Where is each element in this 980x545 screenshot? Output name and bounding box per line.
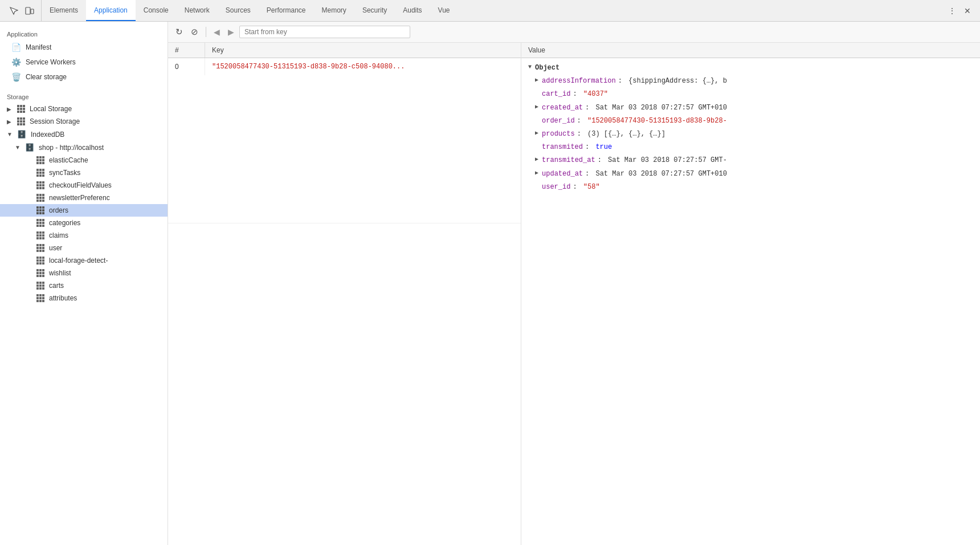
tab-bar-right: ⋮ ✕ <box>941 4 978 18</box>
col-header-key: Key <box>205 43 521 58</box>
tree-item-newsletter[interactable]: ▶ newsletterPreferenc <box>0 192 168 204</box>
chevron-right-icon[interactable]: ▶ <box>535 103 538 112</box>
cursor-icon[interactable] <box>7 4 21 18</box>
content-area: ↻ ⊘ ◀ ▶ # Key 0 "1520058477430-51315193-… <box>168 22 980 545</box>
grid-icon <box>36 194 44 202</box>
tree-item-user[interactable]: ▶ user <box>0 242 168 254</box>
manifest-icon: 📄 <box>11 43 21 52</box>
prev-button[interactable]: ◀ <box>211 26 223 38</box>
sidebar: Application 📄 Manifest ⚙️ Service Worker… <box>0 22 168 545</box>
tree-item-carts[interactable]: ▶ carts <box>0 279 168 292</box>
newsletter-label: newsletterPreferenc <box>49 194 110 202</box>
sidebar-item-clear-storage[interactable]: 🗑️ Clear storage <box>0 70 168 84</box>
value-line-products[interactable]: ▶ products : (3) [{…}, {…}, {…}] <box>521 128 980 141</box>
tree-item-indexeddb[interactable]: ▼ 🗄️ IndexedDB <box>0 128 168 141</box>
grid-icon <box>17 117 25 125</box>
value-line-address[interactable]: ▶ addressInformation : {shippingAddress:… <box>521 75 980 88</box>
chevron-down-icon[interactable]: ▼ <box>528 63 532 72</box>
device-toggle-icon[interactable] <box>23 4 36 18</box>
tab-performance[interactable]: Performance <box>259 0 314 21</box>
wishlist-label: wishlist <box>49 269 71 277</box>
storage-tree: Storage ▶ Local Storage ▶ Ses <box>0 84 168 304</box>
chevron-right-icon: ▶ <box>7 119 15 125</box>
user-label: user <box>49 244 62 252</box>
attributes-label: attributes <box>49 294 77 302</box>
close-icon[interactable]: ✕ <box>962 4 973 18</box>
synctasks-label: syncTasks <box>49 169 80 177</box>
tree-item-orders[interactable]: ▶ orders <box>0 204 168 217</box>
value-key: user_id <box>542 182 570 193</box>
tab-console[interactable]: Console <box>136 0 177 21</box>
next-button[interactable]: ▶ <box>225 26 237 38</box>
chevron-right-icon: ▶ <box>7 106 15 112</box>
elasticcache-label: elasticCache <box>49 156 88 164</box>
tree-item-attributes[interactable]: ▶ attributes <box>0 292 168 304</box>
sidebar-item-service-workers[interactable]: ⚙️ Service Workers <box>0 55 168 70</box>
delete-button[interactable]: ⊘ <box>188 25 201 39</box>
value-key: updated_at <box>542 169 583 180</box>
tree-item-local-forage[interactable]: ▶ local-forage-detect- <box>0 254 168 267</box>
object-label: Object <box>535 63 560 74</box>
grid-icon <box>36 219 44 227</box>
orders-label: orders <box>49 206 68 214</box>
toolbar-divider <box>206 27 206 37</box>
tab-vue[interactable]: Vue <box>430 0 458 21</box>
main-layout: Application 📄 Manifest ⚙️ Service Worker… <box>0 22 980 545</box>
tree-item-session-storage[interactable]: ▶ Session Storage <box>0 115 168 128</box>
object-root[interactable]: ▼ Object <box>521 62 980 75</box>
tab-sources[interactable]: Sources <box>218 0 259 21</box>
tab-audits[interactable]: Audits <box>395 0 430 21</box>
tab-application[interactable]: Application <box>86 0 136 21</box>
more-options-icon[interactable]: ⋮ <box>946 4 958 18</box>
value-value: "58" <box>579 182 600 193</box>
tree-item-claims[interactable]: ▶ claims <box>0 229 168 242</box>
table-header: # Key <box>168 43 521 58</box>
database-icon: 🗄️ <box>17 130 26 139</box>
grid-icon <box>36 282 44 290</box>
start-from-key-input[interactable] <box>239 26 410 38</box>
value-line-transmited: transmited : true <box>521 141 980 154</box>
grid-icon <box>36 269 44 277</box>
clear-storage-icon: 🗑️ <box>11 72 21 82</box>
chevron-down-icon: ▼ <box>15 144 23 151</box>
value-key: created_at <box>542 103 583 113</box>
value-line-createdat[interactable]: ▶ created_at : Sat Mar 03 2018 07:27:57 … <box>521 101 980 115</box>
sidebar-item-label: Service Workers <box>26 58 76 66</box>
tab-security[interactable]: Security <box>354 0 395 21</box>
tree-item-wishlist[interactable]: ▶ wishlist <box>0 267 168 279</box>
chevron-right-icon[interactable]: ▶ <box>535 169 538 178</box>
devtools-icons <box>2 0 42 21</box>
tab-elements[interactable]: Elements <box>42 0 86 21</box>
svg-rect-0 <box>26 7 30 14</box>
carts-label: carts <box>49 282 64 290</box>
chevron-down-icon: ▼ <box>7 131 15 137</box>
refresh-button[interactable]: ↻ <box>173 25 186 39</box>
checkoutfieldvalues-label: checkoutFieldValues <box>49 181 112 189</box>
tree-item-categories[interactable]: ▶ categories <box>0 217 168 229</box>
value-line-transmitedat[interactable]: ▶ transmited_at : Sat Mar 03 2018 07:27:… <box>521 154 980 167</box>
value-line-updatedat[interactable]: ▶ updated_at : Sat Mar 03 2018 07:27:57 … <box>521 168 980 181</box>
tab-network[interactable]: Network <box>177 0 218 21</box>
value-value: true <box>591 142 612 153</box>
local-storage-label: Local Storage <box>30 105 72 113</box>
tree-item-checkoutfieldvalues[interactable]: ▶ checkoutFieldValues <box>0 179 168 192</box>
tree-item-elasticcache[interactable]: ▶ elasticCache <box>0 154 168 166</box>
value-value: "1520058477430-51315193-d838-9b28- <box>583 116 727 127</box>
chevron-right-icon[interactable]: ▶ <box>535 76 538 85</box>
tab-bar: Elements Application Console Network Sou… <box>0 0 980 22</box>
grid-icon <box>36 181 44 189</box>
tree-item-local-storage[interactable]: ▶ Local Storage <box>0 103 168 115</box>
tree-item-shop-db[interactable]: ▼ 🗄️ shop - http://localhost <box>0 141 168 154</box>
session-storage-label: Session Storage <box>30 117 80 125</box>
value-key: transmited <box>542 142 583 153</box>
sidebar-item-manifest[interactable]: 📄 Manifest <box>0 40 168 55</box>
tab-memory[interactable]: Memory <box>314 0 354 21</box>
claims-label: claims <box>49 231 68 239</box>
value-key: products <box>542 129 575 140</box>
storage-section-title: Storage <box>0 87 168 103</box>
grid-icon <box>36 156 44 164</box>
chevron-right-icon[interactable]: ▶ <box>535 155 538 164</box>
table-row[interactable]: 0 "1520058477430-51315193-d838-9b28-c508… <box>168 58 521 223</box>
chevron-right-icon[interactable]: ▶ <box>535 129 538 138</box>
tree-item-synctasks[interactable]: ▶ syncTasks <box>0 166 168 179</box>
